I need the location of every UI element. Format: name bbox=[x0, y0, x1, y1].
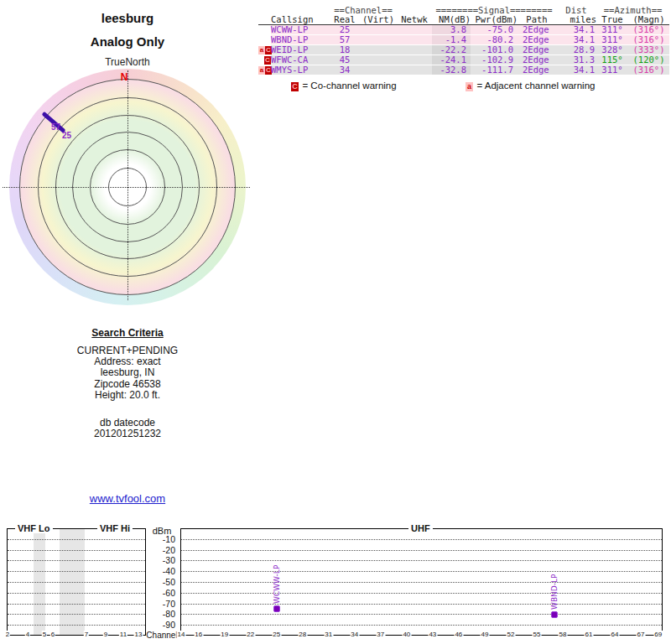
tvfool-link[interactable]: www.tvfool.com bbox=[27, 492, 228, 505]
grid-line bbox=[181, 582, 662, 583]
dbm-tick-label: -20 bbox=[145, 545, 175, 555]
adjacent-channel-warning-icon: a bbox=[258, 46, 265, 55]
grid-line bbox=[181, 539, 662, 540]
dbm-tick-label: -50 bbox=[145, 577, 175, 587]
cell-virt bbox=[360, 45, 397, 55]
radar-crosshair-horizontal bbox=[3, 187, 250, 188]
grid-line bbox=[181, 550, 662, 551]
cell-netwk bbox=[397, 65, 432, 75]
row-warning-cell: C bbox=[258, 55, 271, 65]
grid-line bbox=[8, 539, 145, 540]
grid-line bbox=[181, 560, 662, 561]
grid-line bbox=[181, 625, 662, 626]
page-subtitle: Analog Only bbox=[27, 34, 228, 49]
row-warning-cell: aC bbox=[258, 65, 271, 75]
row-warning-cell bbox=[258, 25, 271, 35]
page-title: leesburg bbox=[27, 11, 228, 25]
db-datecode-block: db datecode 201201251232 bbox=[27, 418, 228, 439]
cell-virt bbox=[360, 55, 397, 65]
adjacent-channel-warning-icon: a bbox=[258, 66, 265, 75]
co-channel-warning-icon: C bbox=[291, 82, 299, 91]
cell-real: 34 bbox=[330, 65, 360, 75]
radar-spoke-label-25: 25 bbox=[62, 131, 71, 140]
north-marker: N bbox=[119, 71, 129, 83]
uhf-chart-panel bbox=[180, 528, 663, 636]
dbm-axis-label: dBm bbox=[148, 526, 176, 536]
cell-netwk bbox=[397, 25, 432, 35]
cell-nm: -32.8 bbox=[432, 65, 471, 75]
dbm-tick-label: -60 bbox=[145, 588, 175, 598]
grid-line bbox=[8, 593, 145, 594]
cell-netwk bbox=[397, 55, 432, 65]
radar-crosshair-vertical bbox=[127, 70, 128, 300]
dbm-tick-label: -30 bbox=[145, 555, 175, 565]
datecode-value: 201201251232 bbox=[27, 428, 228, 439]
grid-line bbox=[181, 614, 662, 615]
dbm-tick-label: -90 bbox=[145, 620, 175, 630]
cell-virt bbox=[360, 25, 397, 35]
cell-magn: (316°) bbox=[628, 65, 669, 75]
tvfool-report-page: leesburg Analog Only TrueNorth N 57 25 =… bbox=[0, 0, 671, 644]
grid-line bbox=[8, 614, 145, 615]
cell-netwk bbox=[397, 45, 432, 55]
dbm-tick-label: -70 bbox=[145, 599, 175, 609]
grid-line bbox=[181, 593, 662, 594]
cell-true: 311° bbox=[596, 65, 628, 75]
search-criteria-block: CURRENT+PENDING Address: exact leesburg,… bbox=[27, 345, 228, 401]
adjacent-channel-legend-text: = Adjacent channel warning bbox=[476, 80, 595, 91]
criteria-line: Height: 20.0 ft. bbox=[27, 390, 228, 401]
cell-virt bbox=[360, 65, 397, 75]
co-channel-legend-text: = Co-channel warning bbox=[302, 80, 396, 91]
grid-line bbox=[181, 571, 662, 572]
criteria-line: Zipcode 46538 bbox=[27, 379, 228, 390]
true-north-label: TrueNorth bbox=[27, 56, 228, 68]
grid-line bbox=[181, 604, 662, 605]
criteria-line: leesburg, IN bbox=[27, 367, 228, 378]
cell-callsign: WMYS-LP bbox=[271, 65, 330, 75]
channel-axis-label: Channel bbox=[144, 631, 179, 640]
co-channel-warning-icon: C bbox=[264, 56, 271, 65]
cell-virt bbox=[360, 35, 397, 45]
co-channel-legend: C = Co-channel warning bbox=[291, 77, 397, 92]
cell-pwr: -111.7 bbox=[471, 65, 518, 75]
vhf-chart-panel bbox=[7, 528, 146, 636]
row-warning-cell bbox=[258, 35, 271, 45]
dbm-tick-label: -80 bbox=[145, 609, 175, 619]
station-table: ==Channel== ========Signal======== Dist … bbox=[258, 6, 669, 75]
table-row: aCWMYS-LP34-32.8-111.72Edge34.1311°(316°… bbox=[258, 65, 669, 75]
adjacent-channel-legend: a = Adjacent channel warning bbox=[466, 77, 595, 92]
grid-line bbox=[8, 604, 145, 605]
cell-path: 2Edge bbox=[518, 65, 556, 75]
grid-line bbox=[8, 550, 145, 551]
grid-line bbox=[8, 625, 145, 626]
grid-line bbox=[8, 571, 145, 572]
uhf-section-label: UHF bbox=[408, 523, 433, 533]
col-header-virt: (Virt) bbox=[360, 15, 397, 25]
grid-line bbox=[8, 560, 145, 561]
search-criteria-heading: Search Criteria bbox=[27, 327, 228, 339]
dbm-tick-label: -40 bbox=[145, 566, 175, 576]
cell-miles: 34.1 bbox=[556, 65, 596, 75]
adjacent-channel-warning-icon: a bbox=[466, 82, 473, 91]
vhf-lo-section-label: VHF Lo bbox=[15, 523, 53, 533]
radar-spoke-label-57: 57 bbox=[51, 122, 60, 132]
cell-netwk bbox=[397, 35, 432, 45]
col-header-netwk: Netwk bbox=[397, 15, 432, 25]
vhf-hi-section-label: VHF Hi bbox=[97, 523, 133, 533]
row-warning-cell: aC bbox=[258, 45, 271, 55]
grid-line bbox=[8, 582, 145, 583]
